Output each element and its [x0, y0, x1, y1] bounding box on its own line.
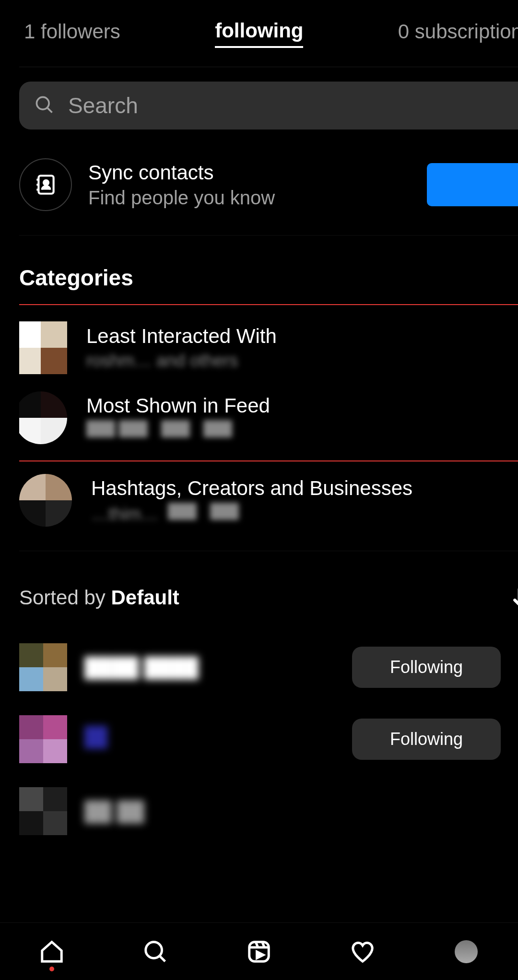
- username: ██ ██: [84, 801, 518, 822]
- bottom-nav: [19, 922, 518, 980]
- sync-text: Sync contacts Find people you know: [88, 161, 427, 209]
- home-icon[interactable]: [37, 937, 66, 966]
- svg-point-6: [44, 180, 48, 185]
- search-nav-icon[interactable]: [141, 937, 170, 966]
- tab-subscriptions[interactable]: 0 subscriptions: [398, 20, 518, 47]
- category-subtitle: …thim…: [91, 503, 412, 524]
- avatar: [19, 474, 72, 527]
- divider: [19, 235, 518, 239]
- highlighted-categories-box: Least Interacted With roshm… and others …: [19, 304, 518, 461]
- category-least-interacted[interactable]: Least Interacted With roshm… and others: [19, 312, 518, 384]
- tab-following[interactable]: following: [215, 19, 303, 48]
- category-subtitle: [86, 420, 270, 442]
- category-label: Hashtags, Creators and Businesses: [91, 477, 412, 500]
- profile-icon[interactable]: [452, 937, 481, 966]
- svg-line-14: [160, 956, 165, 961]
- search-container[interactable]: [19, 82, 518, 130]
- list-item[interactable]: ████ ████ Following: [19, 631, 518, 703]
- category-hashtags-creators[interactable]: Hashtags, Creators and Businesses …thim…: [19, 464, 518, 536]
- more-icon[interactable]: [508, 657, 518, 678]
- notification-dot: [49, 967, 54, 971]
- following-list: ████ ████ Following Following ██ ██: [19, 631, 518, 847]
- search-input[interactable]: [68, 93, 518, 118]
- following-button[interactable]: Following: [352, 647, 501, 688]
- tab-followers[interactable]: 1 followers: [24, 20, 120, 47]
- categories-heading: Categories: [19, 265, 518, 291]
- sync-contacts-button[interactable]: [427, 163, 518, 206]
- tab-followers-count: 1: [24, 20, 35, 43]
- divider: [19, 551, 518, 555]
- category-subtitle: roshm… and others: [86, 351, 277, 371]
- svg-point-13: [146, 942, 162, 958]
- reels-icon[interactable]: [245, 937, 273, 966]
- sync-subtitle: Find people you know: [88, 187, 427, 209]
- sync-contacts-row[interactable]: Sync contacts Find people you know: [19, 158, 518, 211]
- avatar: [19, 643, 67, 691]
- sorted-label: Sorted by Default: [19, 586, 179, 609]
- avatar: [19, 715, 67, 763]
- tabs-bar: 1 followers following 0 subscriptions: [19, 0, 518, 67]
- list-item[interactable]: ██ ██: [19, 775, 518, 847]
- search-row: [19, 82, 518, 130]
- search-icon: [34, 94, 55, 117]
- more-icon[interactable]: [508, 729, 518, 750]
- list-item[interactable]: Following: [19, 703, 518, 775]
- following-button[interactable]: Following: [352, 719, 501, 760]
- category-most-shown[interactable]: Most Shown in Feed: [19, 382, 518, 454]
- sort-icon[interactable]: [510, 583, 518, 612]
- contacts-icon: [19, 158, 72, 211]
- sync-title: Sync contacts: [88, 161, 427, 184]
- username: [84, 726, 352, 753]
- sorted-row[interactable]: Sorted by Default: [19, 583, 518, 612]
- avatar: [19, 321, 67, 374]
- tab-followers-label: followers: [41, 20, 120, 43]
- svg-line-1: [47, 108, 52, 112]
- category-label: Most Shown in Feed: [86, 394, 270, 417]
- avatar: [19, 787, 67, 835]
- avatar: [19, 391, 67, 444]
- category-label: Least Interacted With: [86, 325, 277, 348]
- heart-icon[interactable]: [348, 937, 377, 966]
- username: ████ ████: [84, 657, 352, 678]
- svg-point-0: [36, 97, 49, 109]
